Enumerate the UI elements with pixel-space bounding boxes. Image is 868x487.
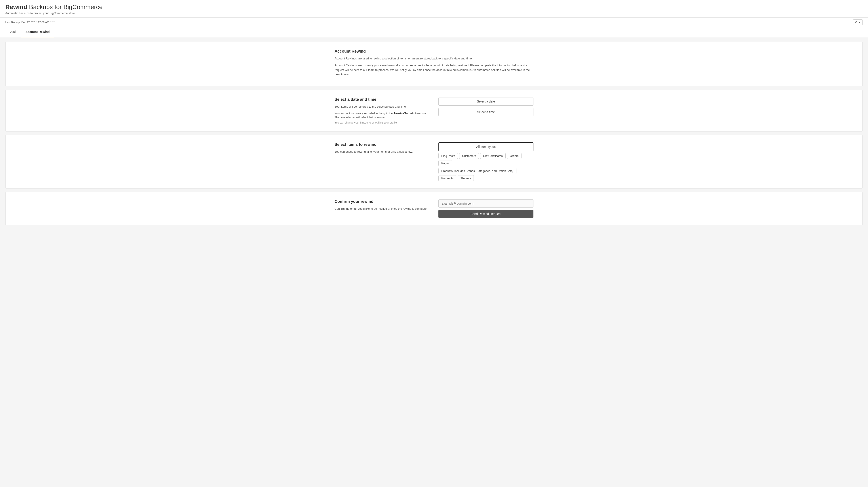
items-card: Select items to rewind You can chose to …	[5, 135, 863, 188]
app-title: Rewind Backups for BigCommerce	[5, 3, 863, 10]
last-backup-text: Last Backup: Dec 12, 2018 12:00 AM EST	[5, 21, 55, 24]
settings-button[interactable]	[853, 20, 863, 25]
intro-text2: Account Rewinds are currently processed …	[335, 63, 533, 77]
tab-vault[interactable]: Vault	[5, 27, 21, 37]
tag-customers[interactable]: Customers	[459, 153, 479, 159]
app-title-rest: Backups for BigCommerce	[27, 3, 103, 10]
email-input[interactable]	[438, 199, 533, 208]
chevron-down-icon	[859, 21, 861, 24]
confirm-title: Confirm your rewind	[335, 199, 430, 204]
item-types-container: All Item Types Blog Posts Customers Gift…	[438, 142, 533, 181]
intro-text1: Account Rewinds are used to rewind a sel…	[335, 56, 533, 61]
timezone-note1: Your account is currently recorded as be…	[335, 112, 393, 115]
tag-products[interactable]: Products (includes Brands, Categories, a…	[438, 168, 517, 174]
select-time-button[interactable]: Select a time	[438, 108, 533, 116]
confirm-description: Confirm the email you'd like to be notif…	[335, 207, 430, 211]
datetime-description: Your items will be restored to the selec…	[335, 104, 430, 109]
app-subtitle: Automatic backups to protect your BigCom…	[5, 11, 863, 15]
profile-link[interactable]: You can change your timezone by editing …	[335, 121, 430, 124]
app-header: Rewind Backups for BigCommerce Automatic…	[0, 0, 868, 18]
tag-orders[interactable]: Orders	[507, 153, 522, 159]
app-title-bold: Rewind	[5, 3, 27, 10]
tag-pages[interactable]: Pages	[438, 160, 452, 166]
tag-gift-certificates[interactable]: Gift Certificates	[480, 153, 505, 159]
tag-redirects[interactable]: Redirects	[438, 175, 456, 181]
tag-themes[interactable]: Themes	[458, 175, 474, 181]
gear-icon	[855, 21, 858, 24]
tag-blog-posts[interactable]: Blog Posts	[438, 153, 458, 159]
all-item-types-button[interactable]: All Item Types	[438, 142, 533, 151]
timezone-bold: America/Toronto	[393, 112, 414, 115]
datetime-card: Select a date and time Your items will b…	[5, 90, 863, 131]
main-content: Account Rewind Account Rewinds are used …	[0, 37, 868, 230]
type-tags-row2: Products (includes Brands, Categories, a…	[438, 168, 533, 181]
intro-card: Account Rewind Account Rewinds are used …	[5, 42, 863, 86]
tab-account-rewind[interactable]: Account Rewind	[21, 27, 54, 37]
tabs-bar: Vault Account Rewind	[0, 27, 868, 37]
items-description: You can chose to rewind all of your item…	[335, 150, 430, 154]
intro-title: Account Rewind	[335, 49, 533, 54]
datetime-title: Select a date and time	[335, 97, 430, 102]
select-date-button[interactable]: Select a date	[438, 97, 533, 105]
timezone-note: Your account is currently recorded as be…	[335, 111, 430, 119]
top-bar: Last Backup: Dec 12, 2018 12:00 AM EST	[0, 18, 868, 27]
items-title: Select items to rewind	[335, 142, 430, 147]
type-tags: Blog Posts Customers Gift Certificates O…	[438, 153, 533, 166]
confirm-card: Confirm your rewind Confirm the email yo…	[5, 192, 863, 225]
send-rewind-button[interactable]: Send Rewind Request	[438, 210, 533, 218]
